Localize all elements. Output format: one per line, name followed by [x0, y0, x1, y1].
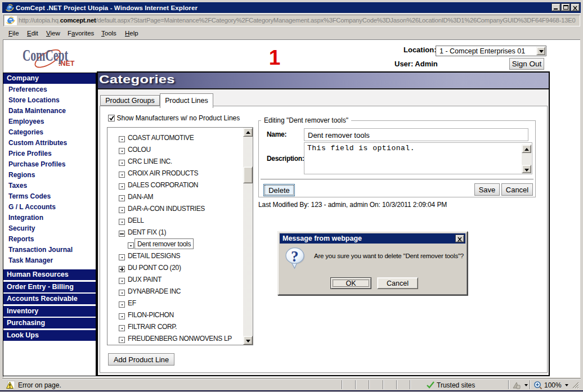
svg-text:.NET: .NET [59, 60, 75, 67]
svg-text:?: ? [291, 248, 299, 265]
